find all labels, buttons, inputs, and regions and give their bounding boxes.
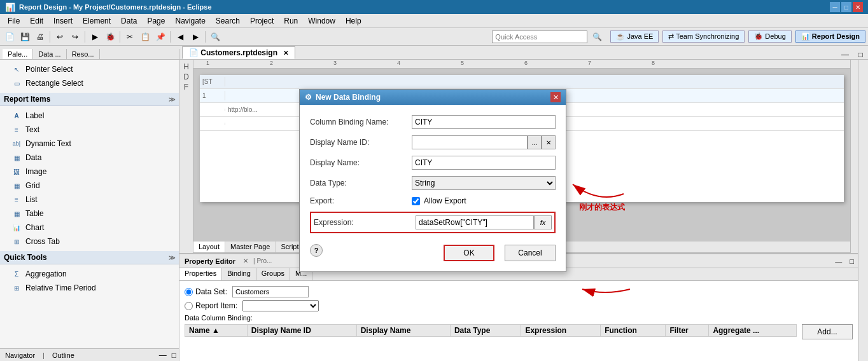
dialog-footer: ? OK Cancel: [310, 240, 556, 261]
dialog-close-button[interactable]: ✕: [550, 92, 561, 102]
dialog-action-buttons: OK Cancel: [444, 245, 556, 261]
annotation-arrow: [560, 178, 636, 254]
expression-row: Expression: fx: [310, 212, 556, 233]
display-name-id-input-group: ... ✕: [412, 135, 556, 149]
column-binding-name-row: Column Binding Name:: [310, 115, 556, 129]
dialog-body: Column Binding Name: Display Name ID: ..…: [300, 105, 566, 271]
export-row: Export: Allow Export: [310, 196, 556, 205]
display-name-id-label: Display Name ID:: [310, 138, 412, 147]
dialog-icon: ⚙: [305, 93, 312, 102]
dialog-titlebar: ⚙ New Data Binding ✕: [300, 90, 566, 105]
display-name-label: Display Name:: [310, 158, 412, 167]
allow-export-label: Allow Export: [424, 196, 466, 205]
dialog-title-content: ⚙ New Data Binding: [305, 93, 381, 102]
display-name-id-browse[interactable]: ...: [528, 135, 542, 149]
dialog-cancel-button[interactable]: Cancel: [505, 245, 556, 261]
display-name-input[interactable]: [412, 156, 556, 170]
dialog-help-button[interactable]: ?: [310, 244, 323, 257]
allow-export-checkbox[interactable]: [412, 197, 420, 205]
export-label: Export:: [310, 196, 412, 205]
expression-input[interactable]: [416, 215, 534, 229]
annotation-text: 刚才的表达式: [579, 202, 625, 213]
dialog-title-label: New Data Binding: [316, 93, 381, 102]
data-type-label: Data Type:: [310, 179, 412, 187]
display-name-row: Display Name:: [310, 156, 556, 170]
data-type-select[interactable]: String Integer Float Date Boolean: [412, 176, 556, 190]
arrow-svg2: [579, 276, 643, 308]
display-name-id-row: Display Name ID: ... ✕: [310, 135, 556, 149]
expression-fx-button[interactable]: fx: [534, 215, 552, 229]
display-name-id-input[interactable]: [412, 135, 528, 149]
column-binding-name-label: Column Binding Name:: [310, 118, 412, 126]
dialog-overlay: ⚙ New Data Binding ✕ Column Binding Name…: [0, 0, 868, 361]
dialog-ok-button[interactable]: OK: [444, 245, 494, 261]
annotation-label: 刚才的表达式: [579, 203, 625, 212]
new-data-binding-dialog: ⚙ New Data Binding ✕ Column Binding Name…: [299, 89, 566, 272]
column-binding-name-input[interactable]: [412, 115, 556, 129]
expression-label: Expression:: [314, 218, 416, 227]
display-name-id-clear[interactable]: ✕: [542, 135, 556, 149]
data-type-row: Data Type: String Integer Float Date Boo…: [310, 176, 556, 190]
export-checkbox-group: Allow Export: [412, 196, 466, 205]
annotation-arrow2: [579, 276, 643, 310]
